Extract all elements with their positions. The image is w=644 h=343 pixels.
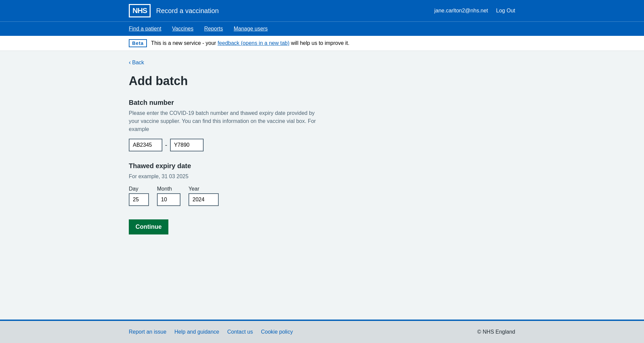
beta-text: This is a new service - your feedback (o… (151, 40, 349, 46)
back-link[interactable]: Back (129, 59, 144, 66)
site-footer: Report an issue Help and guidance Contac… (0, 320, 644, 343)
year-input[interactable] (189, 193, 219, 206)
site-header: NHS Record a vaccination jane.carlton2@n… (0, 0, 644, 21)
footer-contact-us[interactable]: Contact us (227, 329, 253, 335)
beta-banner: Beta This is a new service - your feedba… (0, 36, 644, 51)
nhs-logo[interactable]: NHS (129, 4, 151, 17)
main-nav: Find a patient Vaccines Reports Manage u… (0, 21, 644, 36)
day-field: Day (129, 186, 149, 206)
header-right: jane.carlton2@nhs.net Log Out (434, 8, 515, 14)
batch-number-part1[interactable] (129, 139, 162, 151)
month-label: Month (157, 186, 180, 192)
day-label: Day (129, 186, 149, 192)
header-left: NHS Record a vaccination (129, 4, 219, 17)
nav-manage-users[interactable]: Manage users (234, 22, 273, 36)
year-label: Year (189, 186, 219, 192)
footer-help-guidance[interactable]: Help and guidance (174, 329, 219, 335)
batch-number-hint: Please enter the COVID-19 batch number a… (129, 109, 317, 133)
feedback-link[interactable]: feedback (opens in a new tab) (218, 40, 289, 46)
continue-button[interactable]: Continue (129, 219, 168, 234)
day-input[interactable] (129, 193, 149, 206)
service-title: Record a vaccination (156, 7, 219, 15)
date-inputs: Day Month Year (129, 186, 515, 206)
batch-number-inputs: - (129, 139, 515, 151)
batch-number-label: Batch number (129, 99, 515, 107)
footer-links: Report an issue Help and guidance Contac… (129, 329, 293, 335)
nav-vaccines[interactable]: Vaccines (172, 22, 199, 36)
main-content: Back Add batch Batch number Please enter… (121, 51, 523, 320)
month-input[interactable] (157, 193, 180, 206)
footer-report-issue[interactable]: Report an issue (129, 329, 166, 335)
footer-cookie-policy[interactable]: Cookie policy (261, 329, 293, 335)
beta-tag: Beta (129, 39, 147, 47)
user-email-link[interactable]: jane.carlton2@nhs.net (434, 8, 488, 14)
month-field: Month (157, 186, 180, 206)
batch-number-group: Batch number Please enter the COVID-19 b… (129, 99, 515, 151)
nav-reports[interactable]: Reports (204, 22, 228, 36)
page-title: Add batch (129, 74, 515, 88)
footer-copyright: © NHS England (477, 329, 515, 335)
nav-find-patient[interactable]: Find a patient (129, 22, 167, 36)
batch-separator: - (165, 141, 167, 149)
thawed-expiry-label: Thawed expiry date (129, 162, 515, 170)
thawed-expiry-group: Thawed expiry date For example, 31 03 20… (129, 162, 515, 206)
thawed-expiry-hint: For example, 31 03 2025 (129, 173, 317, 181)
batch-number-part2[interactable] (170, 139, 204, 151)
logout-link[interactable]: Log Out (496, 8, 515, 14)
year-field: Year (189, 186, 219, 206)
